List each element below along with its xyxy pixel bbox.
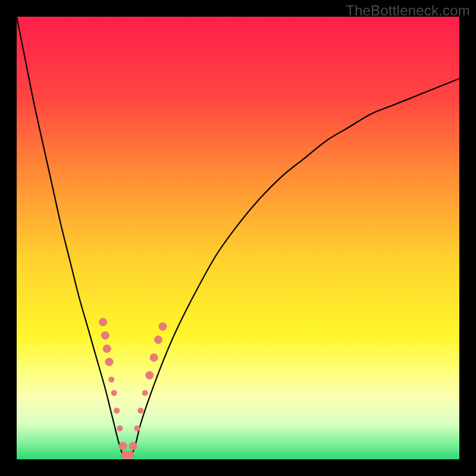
marker-point bbox=[145, 371, 154, 380]
marker-point bbox=[111, 390, 117, 396]
marker-point bbox=[134, 425, 140, 431]
marker-point bbox=[114, 408, 120, 414]
marker-point bbox=[137, 408, 143, 414]
marker-point bbox=[108, 377, 114, 383]
gradient-background bbox=[17, 17, 459, 459]
marker-point bbox=[119, 442, 127, 450]
marker-point bbox=[105, 358, 113, 366]
marker-point bbox=[142, 390, 148, 396]
marker-point bbox=[101, 331, 109, 340]
marker-point bbox=[150, 353, 158, 362]
chart-frame: TheBottleneck.com bbox=[0, 0, 476, 476]
marker-point bbox=[99, 318, 107, 326]
marker-point bbox=[103, 345, 111, 353]
marker-point bbox=[159, 322, 167, 331]
plot-area bbox=[17, 17, 459, 459]
chart-svg bbox=[17, 17, 459, 459]
marker-point bbox=[126, 451, 134, 459]
marker-point bbox=[129, 442, 137, 450]
marker-point bbox=[117, 425, 123, 431]
marker-point bbox=[154, 336, 162, 344]
